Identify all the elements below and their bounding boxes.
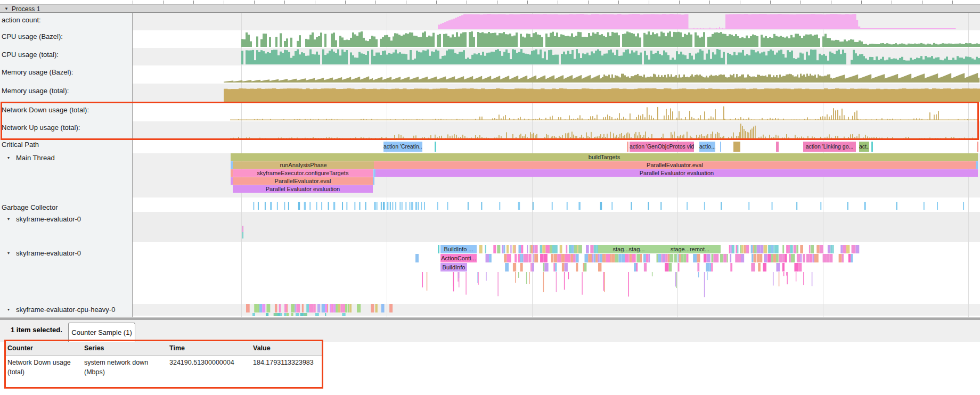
main-thread-span[interactable]: Parallel Evaluator evaluation — [375, 169, 978, 177]
main-thread-span[interactable]: ParallelEvaluator.eval — [374, 161, 976, 169]
counter-chart-memory-usage-total[interactable] — [224, 88, 980, 102]
table-column-header: Value — [253, 344, 271, 352]
track-label-text: action count: — [2, 16, 41, 24]
track-label-text: Critical Path — [2, 141, 39, 149]
skyframe-span[interactable]: BuildInfo — [440, 263, 467, 271]
track-label-skyframe-evaluator-0-b[interactable]: ▾skyframe-evaluator-0 — [7, 249, 81, 258]
track-label-text: Memory usage (total): — [2, 87, 69, 95]
trace-viewer: ▼ Process 1 action 'Creatin...action 'Ge… — [0, 0, 980, 395]
bottom-tab-bar: 1 item selected. Counter Sample (1) — [0, 320, 980, 342]
table-column-header: Time — [169, 344, 185, 352]
table-column-header: Counter — [7, 344, 33, 352]
sky1-marker[interactable] — [242, 226, 243, 238]
counter-chart-cpu-usage-total[interactable] — [241, 49, 980, 64]
table-cell: system network down (Mbps) — [84, 358, 164, 377]
main-thread-span[interactable]: ParallelEvaluator.eval — [233, 177, 373, 185]
track-label-text: Memory usage (Bazel): — [2, 68, 73, 76]
track-label-critical-path[interactable]: Critical Path — [2, 141, 39, 149]
skyframe-span[interactable]: stag...stag... — [598, 245, 659, 253]
main-thread-span[interactable]: Parallel Evaluator evaluation — [233, 185, 373, 193]
expand-arrow-icon[interactable]: ▾ — [7, 249, 16, 258]
critical-path-span[interactable] — [627, 142, 628, 152]
process-header[interactable]: ▼ Process 1 — [0, 4, 980, 13]
track-label-network-down-usage-total[interactable]: Network Down usage (total): — [2, 106, 89, 114]
critical-path-span[interactable]: actio... — [699, 142, 715, 152]
critical-path-span[interactable] — [435, 142, 436, 152]
process-title: Process 1 — [12, 5, 40, 13]
track-label-memory-usage-bazel[interactable]: Memory usage (Bazel): — [2, 68, 73, 77]
skyframe-span[interactable] — [438, 245, 439, 253]
main-thread-span[interactable]: skyframeExecutor.configureTargets — [233, 169, 373, 177]
track-label-text: skyframe-evaluator-cpu-heavy-0 — [16, 306, 115, 314]
track-label-cpu-usage-bazel[interactable]: CPU usage (Bazel): — [2, 32, 63, 41]
critical-path-span[interactable] — [720, 142, 721, 152]
main-thread-span[interactable] — [976, 161, 978, 169]
critical-path-span[interactable] — [733, 142, 740, 152]
critical-path-span[interactable]: action 'Linking go... — [803, 142, 856, 152]
skyframe-span[interactable]: BuildInfo ... — [440, 245, 477, 253]
collapse-arrow-icon[interactable]: ▼ — [4, 6, 9, 12]
main-thread-span[interactable]: runAnalysisPhase — [233, 161, 374, 169]
skyframe-span[interactable]: ActionConti... — [440, 254, 477, 262]
track-label-text: skyframe-evaluator-0 — [16, 215, 81, 223]
track-label-main-thread[interactable]: ▾Main Thread — [7, 154, 55, 162]
track-label-text: CPU usage (Bazel): — [2, 32, 63, 40]
track-label-garbage-collector[interactable]: Garbage Collector — [2, 203, 58, 212]
track-label-network-up-usage-total[interactable]: Network Up usage (total): — [2, 124, 80, 132]
critical-path-span[interactable] — [977, 142, 978, 152]
counter-chart-memory-usage-bazel[interactable] — [224, 73, 979, 83]
track-label-action-count[interactable]: action count: — [2, 16, 41, 24]
track-label-skyframe-evaluator-cpu-heavy-0[interactable]: ▾skyframe-evaluator-cpu-heavy-0 — [7, 306, 115, 314]
track-label-text: CPU usage (total): — [2, 51, 59, 59]
critical-path-span[interactable]: act... — [859, 142, 869, 152]
main-thread-span[interactable]: buildTargets — [231, 153, 978, 161]
expand-arrow-icon[interactable]: ▾ — [7, 154, 16, 162]
critical-path-span[interactable]: action 'GenObjcProtos video/... — [630, 142, 694, 152]
expand-arrow-icon[interactable]: ▾ — [7, 306, 16, 314]
track-label-text: Main Thread — [16, 154, 55, 162]
counter-chart-cpu-usage-bazel[interactable] — [241, 31, 980, 47]
track-label-cpu-usage-total[interactable]: CPU usage (total): — [2, 51, 59, 59]
critical-path-span[interactable] — [776, 142, 779, 152]
sky2-drops — [422, 272, 813, 297]
expand-arrow-icon[interactable]: ▾ — [7, 215, 16, 224]
critical-path-span[interactable]: action 'Creatin... — [383, 142, 422, 152]
table-cell: Network Down usage (total) — [7, 358, 79, 377]
cpu-heavy-clusters[interactable] — [246, 304, 393, 316]
critical-path-span[interactable] — [871, 142, 873, 152]
table-cell: 184.1793113323983 — [253, 358, 322, 367]
table-header-row — [6, 342, 322, 356]
tab-counter-sample[interactable]: Counter Sample (1) — [68, 323, 135, 342]
track-label-skyframe-evaluator-0-a[interactable]: ▾skyframe-evaluator-0 — [7, 215, 81, 224]
track-label-text: Garbage Collector — [2, 203, 58, 211]
main-thread-span[interactable] — [373, 177, 374, 185]
selection-status: 1 item selected. — [11, 326, 62, 334]
track-label-text: skyframe-evaluator-0 — [16, 249, 81, 257]
gc-ticks[interactable] — [253, 202, 964, 210]
detail-panel: Network Down usage (total)system network… — [0, 342, 980, 395]
counter-chart-network-up-usage-total[interactable] — [230, 124, 979, 139]
track-label-memory-usage-total[interactable]: Memory usage (total): — [2, 87, 69, 95]
table-cell: 324190.51300000004 — [169, 358, 249, 367]
table-column-header: Series — [84, 344, 104, 352]
counter-chart-action-count[interactable] — [438, 14, 956, 29]
track-label-text: Network Down usage (total): — [2, 106, 89, 114]
track-label-text: Network Up usage (total): — [2, 124, 80, 131]
skyframe-span[interactable]: stage...remot... — [659, 245, 721, 253]
counter-chart-network-down-usage-total[interactable] — [230, 106, 979, 120]
